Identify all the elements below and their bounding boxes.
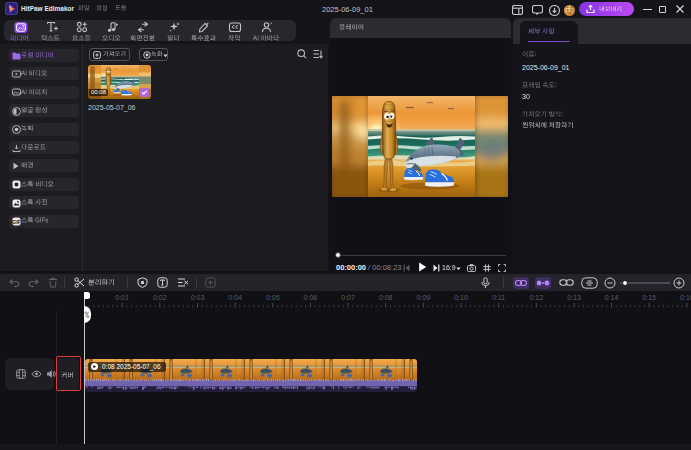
svg-text:0:15: 0:15: [642, 294, 656, 301]
svg-text:0:03: 0:03: [191, 294, 205, 301]
svg-text:0:09: 0:09: [417, 294, 431, 301]
svg-text:0:05: 0:05: [266, 294, 280, 301]
svg-text:0:16: 0:16: [680, 294, 691, 301]
svg-text:0:06: 0:06: [304, 294, 318, 301]
svg-text:0:10: 0:10: [454, 294, 468, 301]
svg-text:GIF: GIF: [12, 219, 20, 225]
svg-text:0:11: 0:11: [492, 294, 505, 301]
svg-text:0:07: 0:07: [341, 294, 355, 301]
svg-text:0:01: 0:01: [115, 294, 129, 301]
svg-text:0:14: 0:14: [605, 294, 619, 301]
svg-text:0:08: 0:08: [379, 294, 393, 301]
svg-text:0:13: 0:13: [567, 294, 581, 301]
svg-text:0:12: 0:12: [529, 294, 543, 301]
svg-text:0:02: 0:02: [153, 294, 167, 301]
svg-text:0:04: 0:04: [228, 294, 242, 301]
